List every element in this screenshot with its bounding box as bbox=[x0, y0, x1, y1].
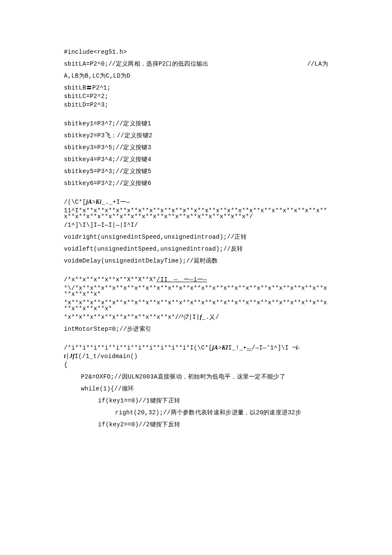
garbled-line: 11^I*x**x**x**x**x**x**x**x**x**x**x**x*… bbox=[64, 208, 328, 220]
text-frag: /*i**i**i**i**i**i**i**i**i**i**i*I(\C*[ bbox=[64, 344, 212, 351]
code-line: A,LB为B,LC为C,LD为D bbox=[64, 73, 328, 79]
code-line: voidright(unsignedintSpeed,unsignedintro… bbox=[64, 234, 328, 240]
garbled-line: /*i**i**i**i**i**i**i**i**i**i**i*I(\C*[… bbox=[64, 345, 328, 351]
code-text: sbitLA=P2^0;//定义两相，选择P2口的低四位输出 bbox=[64, 61, 208, 67]
italic-frag: jA>Ki bbox=[86, 199, 101, 205]
code-line: right(20,32);//两个参数代表转速和步进量，以20的速度进32步 bbox=[64, 410, 328, 416]
text-frag: I(/1_t/voidmain() bbox=[75, 353, 138, 360]
text-frag: _._•I一— bbox=[101, 199, 130, 205]
text-frag: /*x**x**x**x**x**X**X**X* bbox=[64, 276, 157, 283]
blank-line bbox=[64, 338, 328, 345]
code-line: sbitkey3=P3^5;//定义按键3 bbox=[64, 145, 328, 150]
code-line: #include<reg51.h> bbox=[64, 49, 328, 55]
garbled-line: *x**x**x**x**x**x**x**x**x**x*//^|7|I|f_… bbox=[64, 314, 328, 320]
text-frag: *x**x**x**x**x**x**x**x**x**x*/ bbox=[64, 314, 179, 321]
code-line: sbitkey6=P3^2;//定义按键6 bbox=[64, 180, 328, 186]
italic-frag: ~i- bbox=[292, 344, 300, 351]
code-line: voidmDelay(unsignedintDelayTime);//延时函数 bbox=[64, 258, 328, 264]
text-frag: I_!_• bbox=[228, 344, 247, 351]
underline-frag: —— bbox=[247, 347, 251, 351]
code-line: sbitkey1=P3^7;//定义按键1 bbox=[64, 121, 328, 127]
text-frag: /(\C*[ bbox=[64, 199, 86, 205]
underline-frag: /II、—、一—i一— bbox=[157, 276, 207, 283]
garbled-line: /*x**x**x**x**x**X**X**X*/II、—、一—i一— bbox=[64, 277, 328, 283]
code-line: if(key2==0)//2键按下反转 bbox=[64, 422, 328, 428]
garbled-line: *\/*x**x**x**x**x**x**x**x**x**x**x**x**… bbox=[64, 285, 328, 297]
text-frag: | bbox=[66, 353, 69, 360]
code-line: voidleft(unsignedintSpeed,unsignedintroa… bbox=[64, 246, 328, 252]
garbled-line: /(\C*[jA>Ki_._•I一— bbox=[64, 199, 328, 205]
code-line: sbitLC=P2^2; bbox=[64, 93, 328, 99]
blank-line bbox=[64, 270, 328, 277]
code-line: { bbox=[64, 362, 328, 368]
garbled-line: *x**x**x**x**x**x**x**x**x**x**x**x**x**… bbox=[64, 300, 328, 312]
blank-line bbox=[64, 192, 328, 199]
code-line: sbitkey4=P3^4;//定义按键4 bbox=[64, 156, 328, 162]
code-line: sbitLA=P2^0;//定义两相，选择P2口的低四位输出//LA为 bbox=[64, 61, 328, 67]
code-line: if(key1==0)//1键按下正转 bbox=[64, 398, 328, 404]
code-line: sbitkey5=P3^3;//定义按键5 bbox=[64, 168, 328, 174]
italic-frag: /^|7 bbox=[179, 314, 189, 320]
code-line: sbitLB〓P2^1; bbox=[64, 85, 328, 91]
code-comment: //LA为 bbox=[307, 61, 328, 67]
garbled-line: t|JfI(/1_t/voidmain() bbox=[64, 353, 328, 359]
italic-frag: Jf bbox=[69, 353, 75, 359]
italic-frag: jA>KI bbox=[212, 344, 228, 351]
code-line: sbitkey2=P3飞；//定义按键2 bbox=[64, 133, 328, 139]
code-line: while(1){//循环 bbox=[64, 386, 328, 392]
text-frag: _.乂/ bbox=[202, 314, 219, 321]
garbled-line: /1^]\I\]I—I—I|—|I^I/ bbox=[64, 222, 328, 228]
code-line: intMotorStep=0;//步进索引 bbox=[64, 326, 328, 332]
code-line: sbitLD=P2^3; bbox=[64, 102, 328, 108]
text-frag: |I| bbox=[189, 314, 200, 321]
text-frag: /—I—'1^]\I bbox=[251, 344, 292, 351]
code-line: P2&=OXFO;//因ULN2003A直接驱动，初始时为低电平，这里一定不能少… bbox=[64, 374, 328, 380]
blank-line bbox=[64, 114, 328, 121]
